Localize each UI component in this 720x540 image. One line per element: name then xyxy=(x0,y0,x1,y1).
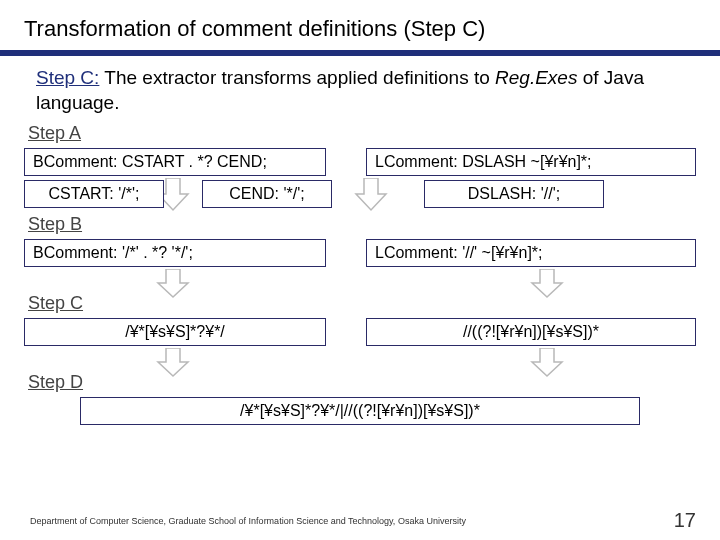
step-a-bcomment: BComment: CSTART . *? CEND; xyxy=(24,148,326,176)
step-b-lcomment: LComment: '//' ~[¥r¥n]*; xyxy=(366,239,696,267)
step-a-lcomment: LComment: DSLASH ~[¥r¥n]*; xyxy=(366,148,696,176)
arrow-row-cd xyxy=(24,348,696,376)
down-arrow-icon xyxy=(528,348,566,378)
step-b-label: Step B xyxy=(28,214,696,235)
step-c-left: /¥*[¥s¥S]*?¥*/ xyxy=(24,318,326,346)
step-b-row: BComment: '/*' . *? '*/'; LComment: '//'… xyxy=(24,239,696,267)
page-number: 17 xyxy=(674,509,696,532)
step-a-cstart: CSTART: '/*'; xyxy=(24,180,164,208)
footer: Department of Computer Science, Graduate… xyxy=(30,509,696,532)
subtitle-text-1: The extractor transforms applied definit… xyxy=(99,67,495,88)
step-d-combined: /¥*[¥s¥S]*?¥*/|//((?![¥r¥n])[¥s¥S])* xyxy=(80,397,640,425)
step-a-dslash: DSLASH: '//'; xyxy=(424,180,604,208)
step-b-bcomment: BComment: '/*' . *? '*/'; xyxy=(24,239,326,267)
subtitle: Step C: The extractor transforms applied… xyxy=(24,66,696,121)
down-arrow-icon xyxy=(528,269,566,299)
svg-marker-2 xyxy=(158,269,188,297)
step-a-row1: BComment: CSTART . *? CEND; LComment: DS… xyxy=(24,148,696,176)
title-underline xyxy=(0,50,720,56)
svg-marker-4 xyxy=(158,348,188,376)
step-a-row2: CSTART: '/*'; CEND: '*/'; DSLASH: '//'; xyxy=(24,180,696,208)
down-arrow-icon xyxy=(154,269,192,299)
footer-text: Department of Computer Science, Graduate… xyxy=(30,516,466,526)
step-d-row: /¥*[¥s¥S]*?¥*/|//((?![¥r¥n])[¥s¥S])* xyxy=(24,397,696,425)
svg-marker-1 xyxy=(356,178,386,210)
subtitle-step-label: Step C: xyxy=(36,67,99,88)
step-a-label: Step A xyxy=(28,123,696,144)
step-c-row: /¥*[¥s¥S]*?¥*/ //((?![¥r¥n])[¥s¥S])* xyxy=(24,318,696,346)
step-a-cend: CEND: '*/'; xyxy=(202,180,332,208)
page-title: Transformation of comment definitions (S… xyxy=(24,16,696,42)
footer-left: Department of Computer Science, Graduate… xyxy=(30,516,466,526)
arrow-row-bc xyxy=(24,269,696,297)
down-arrow-icon xyxy=(352,178,390,212)
down-arrow-icon xyxy=(154,348,192,378)
slide: Transformation of comment definitions (S… xyxy=(0,0,720,540)
step-c-right: //((?![¥r¥n])[¥s¥S])* xyxy=(366,318,696,346)
subtitle-regex: Reg.Exes xyxy=(495,67,577,88)
svg-marker-3 xyxy=(532,269,562,297)
svg-marker-5 xyxy=(532,348,562,376)
